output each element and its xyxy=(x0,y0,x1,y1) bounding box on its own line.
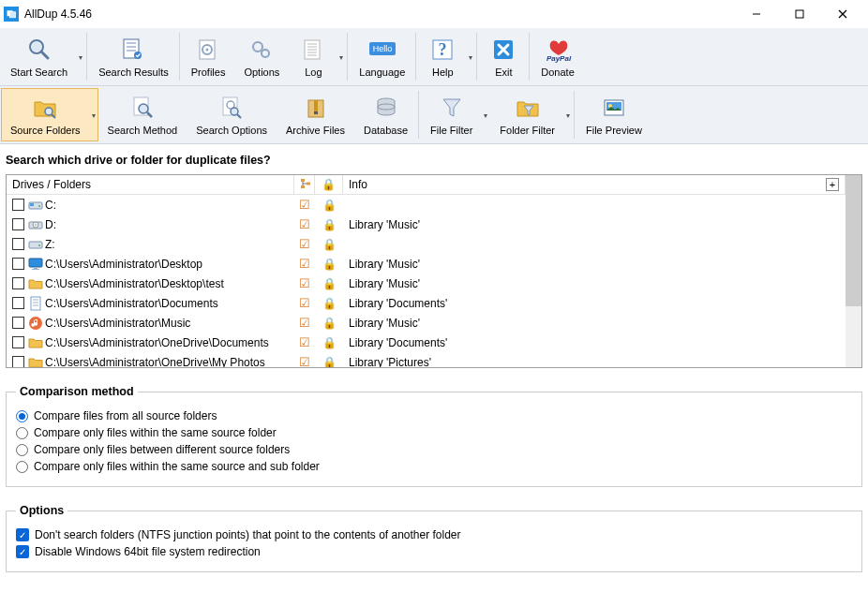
log-button[interactable]: Log ▾ xyxy=(289,30,346,83)
radio-compare-same[interactable] xyxy=(16,427,28,439)
search-results-button[interactable]: Search Results xyxy=(89,30,178,83)
radio-compare-same-sub[interactable] xyxy=(16,461,28,473)
subfolder-check-icon[interactable]: ☑ xyxy=(299,217,310,231)
subfolder-check-icon[interactable]: ☑ xyxy=(299,355,310,367)
folder-search-icon xyxy=(30,93,60,123)
row-info: Library 'Music' xyxy=(349,258,420,271)
profiles-button[interactable]: Profiles xyxy=(182,30,235,83)
checkbox-ntfs-junction[interactable]: ✓ xyxy=(16,528,29,541)
lock-icon: 🔒 xyxy=(322,277,337,290)
row-checkbox[interactable] xyxy=(12,238,24,250)
row-checkbox[interactable] xyxy=(12,258,24,270)
donate-button[interactable]: PayPal Donate xyxy=(531,30,583,83)
col-info-header[interactable]: Info+ xyxy=(343,175,846,194)
search-method-button[interactable]: Search Method xyxy=(98,88,187,141)
svg-line-9 xyxy=(41,52,48,58)
doc-icon xyxy=(28,296,43,311)
row-checkbox[interactable] xyxy=(12,277,24,289)
database-button[interactable]: Database xyxy=(354,88,417,141)
table-row[interactable]: Z:☑🔒 xyxy=(7,234,846,254)
chevron-down-icon: ▾ xyxy=(92,111,96,119)
help-button[interactable]: ? Help ▾ xyxy=(418,30,475,83)
results-icon xyxy=(118,35,148,65)
subfolder-check-icon[interactable]: ☑ xyxy=(299,237,310,251)
subfolder-check-icon[interactable]: ☑ xyxy=(299,257,310,271)
table-row[interactable]: C:☑🔒 xyxy=(7,195,846,215)
radio-compare-different[interactable] xyxy=(16,444,28,456)
svg-rect-51 xyxy=(301,179,305,182)
lock-icon: 🔒 xyxy=(322,238,337,251)
radio-compare-all[interactable] xyxy=(16,410,28,422)
monitor-icon xyxy=(28,257,43,272)
row-path: C:\Users\Administrator\Documents xyxy=(45,297,218,310)
magnifier-page-icon xyxy=(127,93,157,123)
options-legend: Options xyxy=(16,504,67,517)
row-checkbox[interactable] xyxy=(12,297,24,309)
lock-icon: 🔒 xyxy=(322,317,337,330)
col-drives-header[interactable]: Drives / Folders xyxy=(7,175,294,194)
subfolder-check-icon[interactable]: ☑ xyxy=(299,198,310,212)
start-search-button[interactable]: Start Search ▾ xyxy=(1,30,85,83)
row-checkbox[interactable] xyxy=(12,199,24,211)
row-checkbox[interactable] xyxy=(12,317,24,329)
svg-rect-2 xyxy=(10,12,16,18)
add-folder-button[interactable]: + xyxy=(826,178,839,191)
row-path: C: xyxy=(45,199,56,212)
archive-files-button[interactable]: Archive Files xyxy=(277,88,354,141)
language-button[interactable]: Hello Language xyxy=(350,30,414,83)
options-button[interactable]: Options xyxy=(234,30,289,83)
subfolder-check-icon[interactable]: ☑ xyxy=(299,335,310,349)
subfolder-check-icon[interactable]: ☑ xyxy=(299,316,310,330)
svg-point-41 xyxy=(231,108,238,115)
source-folders-button[interactable]: Source Folders ▾ xyxy=(1,88,98,141)
row-path: C:\Users\Administrator\Music xyxy=(45,317,190,330)
svg-rect-53 xyxy=(307,183,310,185)
maximize-button[interactable] xyxy=(778,0,821,28)
folder-table: Drives / Folders 🔒 Info+ C:☑🔒D:☑🔒Library… xyxy=(6,174,862,368)
table-row[interactable]: C:\Users\Administrator\Desktop☑🔒Library … xyxy=(7,254,846,274)
svg-point-34 xyxy=(45,108,52,115)
checkbox-64bit-redirect[interactable]: ✓ xyxy=(16,545,29,558)
col-lock-header[interactable]: 🔒 xyxy=(315,175,343,194)
x-icon xyxy=(488,35,518,65)
window-controls xyxy=(735,0,864,28)
subfolder-check-icon[interactable]: ☑ xyxy=(299,296,310,310)
lock-icon: 🔒 xyxy=(322,178,336,191)
sub-toolbar: Source Folders ▾ Search Method Search Op… xyxy=(0,86,868,144)
row-info: Library 'Documents' xyxy=(349,297,447,310)
subfolder-check-icon[interactable]: ☑ xyxy=(299,276,310,290)
table-row[interactable]: C:\Users\Administrator\OneDrive\Document… xyxy=(7,333,846,352)
table-row[interactable]: C:\Users\Administrator\OneDrive\My Photo… xyxy=(7,352,846,367)
table-row[interactable]: C:\Users\Administrator\Desktop\test☑🔒Lib… xyxy=(7,274,846,293)
svg-line-42 xyxy=(237,114,241,118)
comparison-legend: Comparison method xyxy=(16,385,138,398)
table-row[interactable]: C:\Users\Administrator\Music☑🔒Library 'M… xyxy=(7,313,846,333)
folder-filter-button[interactable]: Folder Filter ▾ xyxy=(490,88,573,141)
table-row[interactable]: D:☑🔒Library 'Music' xyxy=(7,215,846,234)
app-icon xyxy=(4,7,19,22)
minimize-button[interactable] xyxy=(735,0,778,28)
table-row[interactable]: C:\Users\Administrator\Documents☑🔒Librar… xyxy=(7,293,846,313)
search-options-button[interactable]: Search Options xyxy=(187,88,277,141)
file-preview-button[interactable]: File Preview xyxy=(576,88,651,141)
svg-text:Hello: Hello xyxy=(373,44,393,53)
row-checkbox[interactable] xyxy=(12,356,24,367)
svg-point-59 xyxy=(35,224,37,226)
svg-text:PayPal: PayPal xyxy=(546,54,572,63)
file-filter-button[interactable]: File Filter ▾ xyxy=(421,88,490,141)
row-checkbox[interactable] xyxy=(12,218,24,230)
row-checkbox[interactable] xyxy=(12,336,24,348)
scrollbar-thumb[interactable] xyxy=(846,175,861,306)
lock-icon: 🔒 xyxy=(322,218,337,231)
vertical-scrollbar[interactable] xyxy=(846,175,861,367)
svg-rect-55 xyxy=(30,203,34,206)
chevron-down-icon: ▾ xyxy=(566,111,570,119)
close-button[interactable] xyxy=(821,0,864,28)
col-subfolders-header[interactable] xyxy=(294,175,315,194)
chevron-down-icon: ▾ xyxy=(484,111,487,119)
row-path: C:\Users\Administrator\Desktop\test xyxy=(45,277,224,290)
main-toolbar: Start Search ▾ Search Results Profiles O… xyxy=(0,28,868,86)
svg-rect-45 xyxy=(314,111,318,114)
exit-button[interactable]: Exit xyxy=(479,30,528,83)
folder-icon xyxy=(28,355,43,368)
